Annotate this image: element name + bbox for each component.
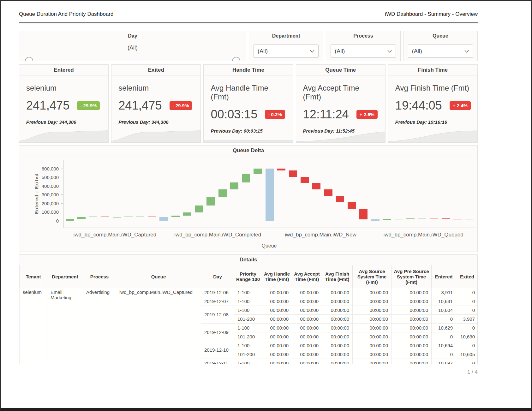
priority-range-cell[interactable]: 1-100 [234,341,262,350]
time-cell[interactable]: 00:00:00 [353,350,392,359]
exited-cell[interactable]: 0 [456,306,478,315]
time-cell[interactable]: 00:00:00 [322,306,353,315]
time-cell[interactable]: 00:00:00 [322,297,353,306]
exited-cell[interactable]: 0 [456,341,478,350]
waterfall-bar[interactable] [312,183,320,189]
exited-cell[interactable]: 0 [456,359,478,364]
day-cell[interactable]: 2019-12-06 [201,288,234,297]
entered-cell[interactable]: 10,694 [432,341,456,350]
time-cell[interactable]: 00:00:00 [262,350,292,359]
waterfall-bar[interactable] [383,219,391,220]
time-cell[interactable]: 00:00:00 [262,297,292,306]
priority-range-cell[interactable]: 101-200 [234,332,262,341]
waterfall-bar[interactable] [136,217,144,217]
waterfall-bar[interactable] [148,217,156,217]
waterfall-bar[interactable] [230,182,238,189]
waterfall-bar[interactable] [359,209,368,219]
time-cell[interactable]: 00:00:00 [292,306,322,315]
time-cell[interactable]: 00:00:00 [392,315,432,324]
waterfall-bar[interactable] [418,218,426,218]
day-cell[interactable]: 2019-12-11 [201,359,234,364]
day-option-radio-partial[interactable] [25,57,33,61]
waterfall-bar[interactable] [66,219,74,221]
time-cell[interactable]: 00:00:00 [262,306,292,315]
time-cell[interactable]: 00:00:00 [353,332,392,341]
department-cell[interactable]: Email Marketing [47,288,83,364]
waterfall-bar[interactable] [171,216,180,217]
day-option-radio-partial[interactable] [232,57,240,61]
waterfall-bar[interactable] [195,206,203,212]
time-cell[interactable]: 00:00:00 [292,315,322,324]
day-cell[interactable]: 2019-12-07 [201,297,234,306]
time-cell[interactable]: 00:00:00 [322,315,353,324]
waterfall-bar[interactable] [465,219,473,219]
exited-cell[interactable]: 10,605 [456,350,478,359]
day-filter-all-option[interactable]: (All) [19,45,246,51]
waterfall-bar[interactable] [183,212,191,216]
time-cell[interactable]: 00:00:00 [292,288,322,297]
waterfall-bar[interactable] [430,218,438,218]
time-cell[interactable]: 00:00:00 [353,306,392,315]
priority-range-cell[interactable]: 1-100 [234,297,262,306]
waterfall-bar[interactable] [89,217,97,217]
waterfall-bar[interactable] [277,169,285,170]
waterfall-bar[interactable] [442,218,450,219]
process-dropdown[interactable]: (All) [331,45,396,58]
waterfall-bar[interactable] [348,202,356,209]
entered-cell[interactable]: 0 [432,332,456,341]
time-cell[interactable]: 00:00:00 [322,288,353,297]
priority-range-cell[interactable]: 1-100 [234,324,262,332]
time-cell[interactable]: 00:00:00 [353,288,392,297]
waterfall-bar[interactable] [324,189,332,196]
time-cell[interactable]: 00:00:00 [353,315,392,324]
waterfall-bar[interactable] [453,219,462,219]
entered-cell[interactable]: 10,604 [432,306,456,315]
time-cell[interactable]: 00:00:00 [262,324,292,332]
time-cell[interactable]: 00:00:00 [353,324,392,332]
waterfall-bar[interactable] [242,174,250,182]
entered-cell[interactable]: 3,911 [432,288,456,297]
waterfall-bar[interactable] [266,169,274,221]
time-cell[interactable]: 00:00:00 [353,359,392,364]
entered-cell[interactable]: 0 [432,315,456,324]
queue-cell[interactable]: iwd_bp_comp.Main.iWD_Captured [116,288,201,364]
time-cell[interactable]: 00:00:00 [292,359,322,364]
exited-cell[interactable]: 0 [456,288,478,297]
time-cell[interactable]: 00:00:00 [262,359,292,364]
time-cell[interactable]: 00:00:00 [322,332,353,341]
department-dropdown[interactable]: (All) [254,45,319,58]
entered-cell[interactable]: 10,629 [432,324,456,332]
time-cell[interactable]: 00:00:00 [392,306,432,315]
waterfall-bar[interactable] [254,169,262,174]
time-cell[interactable]: 00:00:00 [262,332,292,341]
priority-range-cell[interactable]: 1-100 [234,359,262,364]
waterfall-bar[interactable] [406,218,415,219]
priority-range-cell[interactable]: 1-100 [234,288,262,297]
time-cell[interactable]: 00:00:00 [392,332,432,341]
tenant-cell[interactable]: selenium [20,288,47,364]
waterfall-bar[interactable] [289,170,297,177]
day-cell[interactable]: 2019-12-10 [201,341,234,359]
waterfall-bar[interactable] [301,177,309,183]
time-cell[interactable]: 00:00:00 [392,359,432,364]
time-cell[interactable]: 00:00:00 [392,350,432,359]
priority-range-cell[interactable]: 101-200 [234,350,262,359]
time-cell[interactable]: 00:00:00 [322,350,353,359]
time-cell[interactable]: 00:00:00 [353,341,392,350]
time-cell[interactable]: 00:00:00 [322,359,353,364]
waterfall-bar[interactable] [113,217,121,217]
time-cell[interactable]: 00:00:00 [292,324,322,332]
waterfall-bar[interactable] [336,196,344,202]
time-cell[interactable]: 00:00:00 [322,324,353,332]
waterfall-bar[interactable] [77,217,86,219]
time-cell[interactable]: 00:00:00 [322,341,353,350]
time-cell[interactable]: 00:00:00 [353,297,392,306]
day-cell[interactable]: 2019-12-08 [201,306,234,324]
time-cell[interactable]: 00:00:00 [392,341,432,350]
entered-cell[interactable]: 10,697 [432,359,456,364]
exited-cell[interactable]: 0 [456,297,478,306]
time-cell[interactable]: 00:00:00 [292,350,322,359]
waterfall-bar[interactable] [218,189,227,197]
exited-cell[interactable]: 0 [456,324,478,332]
waterfall-bar[interactable] [206,197,215,206]
